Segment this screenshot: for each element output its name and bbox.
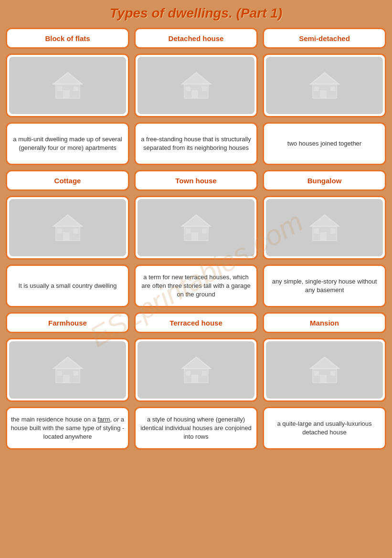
svg-rect-27 bbox=[320, 232, 327, 241]
desc-cell-cottage: It is usually a small country dwelling bbox=[6, 264, 129, 307]
svg-marker-30 bbox=[53, 357, 82, 368]
label-farmhouse: Farmhouse bbox=[48, 319, 87, 327]
label-cell-block-flats: Block of flats bbox=[6, 28, 129, 49]
image-semi-detached bbox=[266, 57, 383, 114]
svg-marker-5 bbox=[182, 73, 211, 84]
label-cell-farmhouse: Farmhouse bbox=[6, 312, 129, 333]
label-semi-detached: Semi-detached bbox=[299, 34, 350, 42]
svg-rect-24 bbox=[202, 229, 207, 233]
svg-rect-14 bbox=[330, 86, 335, 91]
label-mansion: Mansion bbox=[310, 319, 339, 327]
svg-rect-22 bbox=[191, 232, 198, 241]
image-farmhouse bbox=[9, 341, 126, 399]
label-cell-detached: Detached house bbox=[134, 28, 258, 49]
svg-rect-2 bbox=[63, 90, 70, 98]
desc-cell-townhouse: a term for new terraced houses, which ar… bbox=[134, 264, 258, 307]
svg-marker-0 bbox=[53, 73, 82, 84]
svg-rect-7 bbox=[191, 90, 198, 98]
svg-rect-18 bbox=[57, 229, 62, 233]
label-cell-semi-detached: Semi-detached bbox=[263, 28, 386, 49]
image-terraced bbox=[138, 341, 254, 399]
image-cottage bbox=[9, 199, 126, 256]
desc-detached: a free-standing house that is structural… bbox=[138, 135, 254, 152]
svg-marker-35 bbox=[182, 357, 211, 368]
svg-rect-33 bbox=[57, 371, 62, 376]
image-cell-townhouse bbox=[134, 196, 258, 260]
svg-rect-19 bbox=[74, 229, 78, 233]
label-block-flats: Block of flats bbox=[45, 34, 90, 42]
svg-rect-29 bbox=[330, 229, 335, 233]
label-townhouse: Town house bbox=[175, 177, 216, 185]
svg-rect-43 bbox=[314, 371, 319, 376]
image-block-flats bbox=[9, 57, 126, 114]
image-cell-detached bbox=[134, 53, 258, 117]
desc-townhouse: a term for new terraced houses, which ar… bbox=[138, 273, 254, 299]
label-cell-terraced: Terraced house bbox=[134, 312, 258, 333]
svg-rect-37 bbox=[191, 375, 198, 383]
label-cell-bungalow: Bungalow bbox=[263, 170, 386, 191]
image-bungalow bbox=[266, 199, 383, 256]
desc-cell-mansion: a quite-large and usually-luxurious deta… bbox=[263, 407, 386, 450]
svg-rect-23 bbox=[186, 229, 191, 233]
svg-rect-13 bbox=[314, 86, 319, 91]
svg-rect-9 bbox=[202, 86, 207, 91]
svg-marker-40 bbox=[310, 357, 339, 368]
desc-terraced: a style of housing where (generally) ide… bbox=[138, 415, 254, 442]
image-cell-cottage bbox=[6, 196, 129, 260]
desc-cell-terraced: a style of housing where (generally) ide… bbox=[134, 407, 258, 450]
image-townhouse bbox=[138, 199, 254, 256]
svg-rect-42 bbox=[320, 375, 327, 383]
svg-rect-12 bbox=[320, 90, 327, 98]
desc-block-flats: a multi-unit dwelling made up of several… bbox=[10, 135, 125, 152]
svg-marker-20 bbox=[182, 215, 211, 226]
svg-marker-25 bbox=[310, 215, 339, 226]
svg-marker-10 bbox=[310, 73, 339, 84]
label-terraced: Terraced house bbox=[170, 319, 222, 327]
svg-rect-4 bbox=[74, 86, 78, 91]
svg-rect-44 bbox=[330, 371, 335, 376]
svg-rect-34 bbox=[74, 371, 78, 376]
svg-rect-17 bbox=[63, 232, 70, 241]
image-cell-bungalow bbox=[263, 196, 386, 260]
desc-mansion: a quite-large and usually-luxurious deta… bbox=[267, 420, 382, 437]
desc-cell-bungalow: any simple, single-story house without a… bbox=[263, 264, 386, 307]
image-cell-block-flats bbox=[6, 53, 129, 117]
desc-farmhouse: the main residence house on a farm, or a… bbox=[10, 415, 125, 442]
svg-marker-15 bbox=[53, 215, 82, 226]
desc-cell-detached: a free-standing house that is structural… bbox=[134, 122, 258, 165]
svg-rect-8 bbox=[186, 86, 191, 91]
desc-bungalow: any simple, single-story house without a… bbox=[267, 277, 382, 295]
image-detached bbox=[138, 57, 254, 114]
label-cell-townhouse: Town house bbox=[134, 170, 258, 191]
svg-rect-3 bbox=[57, 86, 62, 91]
label-bungalow: Bungalow bbox=[307, 177, 342, 185]
label-cottage: Cottage bbox=[54, 177, 81, 185]
label-cell-cottage: Cottage bbox=[6, 170, 129, 191]
desc-cell-farmhouse: the main residence house on a farm, or a… bbox=[6, 407, 129, 450]
svg-rect-39 bbox=[202, 371, 207, 376]
image-cell-terraced bbox=[134, 338, 258, 402]
page-title: Types of dwellings. (Part 1) bbox=[6, 6, 386, 21]
image-cell-mansion bbox=[263, 338, 386, 402]
svg-rect-38 bbox=[186, 371, 191, 376]
image-mansion bbox=[266, 341, 383, 399]
dwellings-grid: Block of flatsDetached houseSemi-detache… bbox=[6, 28, 386, 450]
image-cell-farmhouse bbox=[6, 338, 129, 402]
desc-cell-semi-detached: two houses joined together bbox=[263, 122, 386, 165]
desc-cottage: It is usually a small country dwelling bbox=[19, 282, 117, 290]
label-cell-mansion: Mansion bbox=[263, 312, 386, 333]
svg-rect-32 bbox=[63, 375, 70, 383]
svg-rect-28 bbox=[314, 229, 319, 233]
desc-cell-block-flats: a multi-unit dwelling made up of several… bbox=[6, 122, 129, 165]
desc-semi-detached: two houses joined together bbox=[287, 139, 361, 148]
label-detached: Detached house bbox=[169, 34, 224, 42]
image-cell-semi-detached bbox=[263, 53, 386, 117]
